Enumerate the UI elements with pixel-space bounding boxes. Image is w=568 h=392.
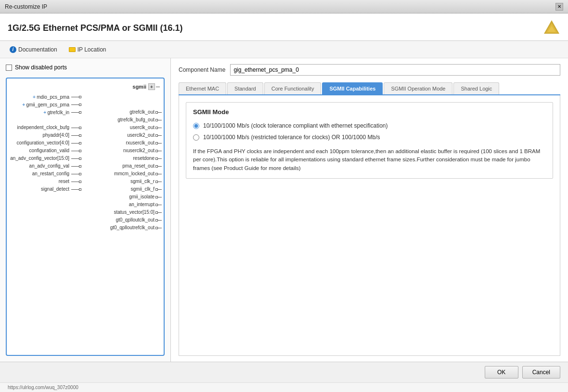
bottom-bar: OK Cancel [0, 362, 568, 382]
component-name-input[interactable] [230, 64, 560, 76]
left-panel: Show disabled ports sgmii + +mdio_pcs_pm… [0, 58, 171, 362]
port-row-gmii: +gmii_gem_pcs_pma [9, 101, 162, 108]
port-left-reset: reset [9, 178, 71, 185]
show-disabled-ports-row: Show disabled ports [6, 64, 165, 71]
sgmii-description: If the FPGA and PHY clocks are independe… [193, 147, 546, 172]
mdio-expand-icon[interactable]: + [33, 94, 36, 100]
radio-option1-label: 10/100/1000 Mb/s (clock tolerance compli… [203, 122, 388, 129]
app-title: 1G/2.5G Ethernet PCS/PMA or SGMII (16.1) [8, 23, 182, 33]
tab-core-functionality[interactable]: Core Functionality [264, 82, 322, 94]
show-disabled-ports-checkbox[interactable] [6, 65, 12, 71]
tab-shared-logic[interactable]: Shared Logic [453, 82, 499, 94]
tab-standard[interactable]: Standard [227, 82, 263, 94]
folder-icon [69, 47, 76, 52]
radio-row-option1: 10/100/1000 Mb/s (clock tolerance compli… [193, 122, 546, 129]
port-row-an-interrupt: an_interrupt [9, 201, 162, 209]
port-row-an-restart: an_restart_config mmcm_locked_out [9, 170, 162, 178]
tab-ethernet-mac[interactable]: Ethernet MAC [179, 82, 226, 94]
status-bar: https://ulrlog.com/wuq_307z0000 [0, 382, 568, 392]
port-left-an-adv-vec: an_adv_config_vector[15:0] [9, 155, 71, 162]
port-row-gt0-qpll-clk: gt0_qplloutclk_out [9, 216, 162, 224]
right-panel: Component Name Ethernet MAC Standard Cor… [171, 58, 568, 362]
port-row-an-adv-vec: an_adv_config_vector[15:0] resetdone [9, 155, 162, 162]
radio-option1[interactable] [193, 123, 199, 129]
port-diagram: sgmii + +mdio_pcs_pma +gmii_gem_pcs_pma [6, 78, 165, 356]
title-bar-text: Re-customize IP [5, 3, 47, 10]
port-row-bufg-out: gtrefclk_bufg_out [9, 116, 162, 124]
port-left-ind-clock: independent_clock_bufg [9, 124, 71, 131]
port-row-signal-detect: signal_detect sgmii_clk_f [9, 185, 162, 193]
port-row-ind-clock: independent_clock_bufg userclk_out [9, 124, 162, 131]
radio-row-option2: 10/100/1000 Mb/s (restricted tolerance f… [193, 134, 546, 141]
port-left-signal-detect: signal_detect [9, 185, 71, 193]
component-name-label: Component Name [179, 66, 225, 73]
ip-location-button[interactable]: IP Location [67, 45, 108, 54]
port-row-gt0-qpll-refclk: gt0_qplloutrefclk_out [9, 224, 162, 232]
main-container: 1G/2.5G Ethernet PCS/PMA or SGMII (16.1)… [0, 13, 568, 392]
tab-sgmii-capabilities[interactable]: SGMII Capabilities [322, 82, 383, 94]
content-area: Show disabled ports sgmii + +mdio_pcs_pm… [0, 58, 568, 362]
close-button[interactable]: ✕ [555, 3, 563, 11]
header-area: 1G/2.5G Ethernet PCS/PMA or SGMII (16.1) [0, 13, 568, 41]
app-logo [543, 19, 560, 37]
port-left-config-vec: configuration_vector[4:0] [9, 139, 71, 147]
documentation-label: Documentation [18, 46, 57, 53]
gmii-expand-icon[interactable]: + [22, 102, 25, 107]
port-row-gmii-isolate: gmii_isolate [9, 193, 162, 201]
port-left-gmii: +gmii_gem_pcs_pma [9, 101, 71, 109]
ip-location-label: IP Location [77, 46, 106, 53]
port-diagram-header: sgmii + [9, 82, 162, 91]
port-header-name: sgmii [132, 84, 146, 90]
port-row-status-vec: status_vector[15:0] [9, 209, 162, 216]
documentation-button[interactable]: i Documentation [8, 45, 59, 54]
status-url: https://ulrlog.com/wuq_307z0000 [8, 385, 78, 390]
radio-option2-label: 10/100/1000 Mb/s (restricted tolerance f… [203, 134, 380, 141]
port-left-an-restart: an_restart_config [9, 170, 71, 178]
tab-content: SGMII Mode 10/100/1000 Mb/s (clock toler… [179, 95, 560, 356]
port-left-gtrefclk: +gtrefclk_in [9, 108, 71, 117]
port-row-config-vec: configuration_vector[4:0] rxuserclk_out [9, 139, 162, 147]
ok-button[interactable]: OK [485, 366, 518, 379]
port-row-config-valid: configuration_valid rxuserclk2_out [9, 147, 162, 155]
tabs-container: Ethernet MAC Standard Core Functionality… [179, 82, 560, 95]
component-name-row: Component Name [179, 64, 560, 76]
title-bar: Re-customize IP ✕ [0, 0, 568, 13]
port-left-mdio: +mdio_pcs_pma [9, 93, 71, 101]
port-left-an-adv-val: an_adv_config_val [9, 162, 71, 170]
port-row-an-adv-val: an_adv_config_val pma_reset_out [9, 162, 162, 170]
radio-option2[interactable] [193, 134, 199, 141]
info-icon: i [10, 46, 16, 53]
port-row-reset: reset sgmii_clk_r [9, 178, 162, 185]
sgmii-mode-title: SGMII Mode [193, 108, 546, 116]
cancel-button[interactable]: Cancel [522, 366, 560, 379]
port-expand-button[interactable]: + [148, 83, 155, 90]
toolbar: i Documentation IP Location [0, 41, 568, 58]
gtrefclk-expand-icon[interactable]: + [43, 109, 46, 115]
sgmii-mode-section: SGMII Mode 10/100/1000 Mb/s (clock toler… [186, 102, 553, 179]
port-left-phyaddr: phyaddr[4:0] [9, 131, 71, 139]
port-row-mdio: +mdio_pcs_pma [9, 93, 162, 101]
port-left-config-valid: configuration_valid [9, 147, 71, 155]
port-row-phyaddr: phyaddr[4:0] userclk2_out [9, 131, 162, 139]
port-row-gtrefclk: +gtrefclk_in gtrefclk_out [9, 108, 162, 116]
tab-sgmii-operation-mode[interactable]: SGMII Operation Mode [384, 82, 452, 94]
show-disabled-ports-label: Show disabled ports [15, 64, 67, 71]
